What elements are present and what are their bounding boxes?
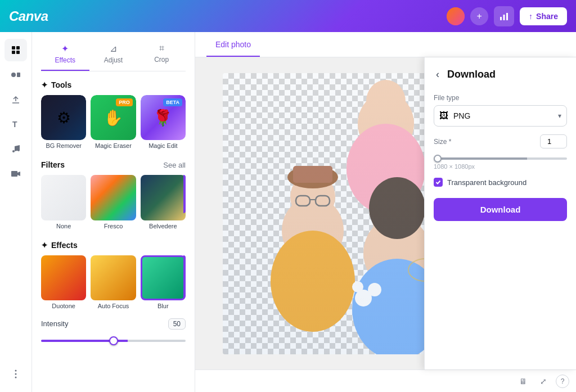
bg-remover-label: BG Remover xyxy=(41,142,86,149)
intensity-value: 50 xyxy=(168,318,186,330)
crop-tab-icon: ⌗ xyxy=(159,43,164,53)
effects-scroll-accent xyxy=(183,255,186,298)
canvas-with-panel: ‹ Download File type 🖼 PNG JPG PDF SVG ▾ xyxy=(195,57,576,370)
sidebar-text-button[interactable]: T xyxy=(4,113,27,136)
intensity-label: Intensity xyxy=(41,319,68,328)
effects-tab-icon: ✦ xyxy=(61,43,69,54)
svg-point-10 xyxy=(12,150,15,152)
tab-crop[interactable]: ⌗ Crop xyxy=(137,39,186,71)
svg-rect-8 xyxy=(17,73,20,77)
tab-effects[interactable]: ✦ Effects xyxy=(41,39,89,71)
filter-fresco-label: Fresco xyxy=(91,223,136,229)
effect-blur-thumb xyxy=(141,255,186,300)
svg-rect-1 xyxy=(503,15,505,20)
effect-blur[interactable]: Blur xyxy=(141,255,186,309)
svg-rect-4 xyxy=(16,46,20,49)
canvas-main: Edit photo xyxy=(195,32,576,392)
effect-duotone[interactable]: Duotone xyxy=(41,255,86,309)
back-button[interactable]: ‹ xyxy=(434,66,442,83)
topbar: Canva + ↑ Share xyxy=(0,0,576,32)
tools-section-title: ✦ Tools xyxy=(41,80,186,89)
transparent-bg-checkbox[interactable] xyxy=(434,178,443,187)
svg-point-15 xyxy=(15,377,17,379)
sidebar-more-button[interactable] xyxy=(4,363,27,385)
sidebar-music-button[interactable] xyxy=(4,138,27,160)
svg-point-11 xyxy=(17,149,20,151)
download-panel-title: Download xyxy=(447,69,496,80)
svg-rect-6 xyxy=(16,51,20,54)
edit-photo-button[interactable]: Edit photo xyxy=(206,32,260,57)
sidebar-video-button[interactable] xyxy=(4,163,27,185)
effect-autofocus-thumb xyxy=(91,255,136,300)
filters-grid: None Fresco Belvedere xyxy=(41,175,186,229)
effect-duotone-thumb xyxy=(41,255,86,300)
canvas-bottom: 🖥 ⤢ ? xyxy=(195,370,576,392)
svg-point-14 xyxy=(15,373,17,375)
main-layout: T ✦ Effects ⊿ Adjust ⌗ Crop xyxy=(0,32,576,392)
effect-autofocus[interactable]: Auto Focus xyxy=(91,255,136,309)
effects-sparkle-icon: ✦ xyxy=(41,241,48,250)
download-panel: ‹ Download File type 🖼 PNG JPG PDF SVG ▾ xyxy=(424,57,576,370)
file-type-label: File type xyxy=(434,94,567,102)
transparent-bg-row: Transparent background xyxy=(434,178,567,187)
filter-belvedere-thumb xyxy=(141,175,186,220)
file-type-select[interactable]: PNG JPG PDF SVG xyxy=(434,105,567,127)
filter-none-thumb xyxy=(41,175,86,220)
download-button[interactable]: Download xyxy=(434,198,567,221)
effect-duotone-label: Duotone xyxy=(41,303,86,309)
filters-section-title: Filters See all xyxy=(41,160,186,169)
effect-autofocus-label: Auto Focus xyxy=(91,303,136,309)
panel-tabs: ✦ Effects ⊿ Adjust ⌗ Crop xyxy=(41,39,186,71)
svg-rect-12 xyxy=(11,171,17,177)
effects-grid: Duotone Auto Focus Blur xyxy=(41,255,186,309)
dimension-text: 1080 × 1080px xyxy=(434,163,567,170)
filter-belvedere[interactable]: Belvedere xyxy=(141,175,186,229)
pro-badge: PRO xyxy=(116,98,133,106)
expand-button[interactable]: ⤢ xyxy=(536,373,551,389)
filter-fresco-thumb xyxy=(91,175,136,220)
sidebar-upload-button[interactable] xyxy=(4,88,27,111)
effects-section-title: ✦ Effects xyxy=(41,241,186,250)
filter-none-label: None xyxy=(41,223,86,229)
add-user-button[interactable]: + xyxy=(470,7,488,25)
share-icon: ↑ xyxy=(529,12,533,21)
bg-remover-thumb: ⚙ xyxy=(41,95,86,140)
canva-logo: Canva xyxy=(9,8,48,24)
filter-scroll-accent xyxy=(183,175,186,213)
tab-adjust[interactable]: ⊿ Adjust xyxy=(89,39,138,71)
magic-edit-tool[interactable]: 🌹 BETA Magic Edit xyxy=(141,95,186,149)
topbar-right: + ↑ Share xyxy=(447,6,567,26)
monitor-button[interactable]: 🖥 xyxy=(515,373,531,389)
avatar[interactable] xyxy=(447,7,465,25)
svg-rect-0 xyxy=(500,17,502,20)
svg-rect-3 xyxy=(12,46,15,49)
sidebar-icons: T xyxy=(0,32,32,392)
download-panel-header: ‹ Download xyxy=(434,66,567,83)
analytics-button[interactable] xyxy=(494,6,514,26)
png-icon: 🖼 xyxy=(439,111,448,121)
intensity-slider[interactable] xyxy=(41,340,186,342)
svg-point-13 xyxy=(15,370,17,372)
left-panel: ✦ Effects ⊿ Adjust ⌗ Crop ✦ Tools ⚙ BG R… xyxy=(32,32,195,392)
adjust-tab-icon: ⊿ xyxy=(110,43,117,54)
help-button[interactable]: ? xyxy=(556,375,569,388)
magic-eraser-tool[interactable]: ✋ PRO Magic Eraser xyxy=(91,95,136,149)
filters-see-all[interactable]: See all xyxy=(163,161,186,169)
size-label: Size * xyxy=(434,138,451,146)
sidebar-home-button[interactable] xyxy=(4,39,27,61)
edit-photo-tab: Edit photo xyxy=(195,32,576,57)
size-row: Size * xyxy=(434,134,567,148)
beta-badge: BETA xyxy=(163,98,182,106)
filter-fresco[interactable]: Fresco xyxy=(91,175,136,229)
bg-remover-tool[interactable]: ⚙ BG Remover xyxy=(41,95,86,149)
share-button[interactable]: ↑ Share xyxy=(520,7,567,25)
sidebar-elements-button[interactable] xyxy=(4,64,27,86)
filter-none[interactable]: None xyxy=(41,175,86,229)
tools-grid: ⚙ BG Remover ✋ PRO Magic Eraser 🌹 BETA M… xyxy=(41,95,186,149)
effect-blur-label: Blur xyxy=(141,303,186,309)
size-slider[interactable] xyxy=(434,157,567,160)
size-input[interactable] xyxy=(540,134,567,148)
intensity-row: Intensity 50 xyxy=(41,318,186,330)
file-type-select-wrapper: 🖼 PNG JPG PDF SVG ▾ xyxy=(434,105,567,127)
svg-rect-2 xyxy=(506,13,508,20)
